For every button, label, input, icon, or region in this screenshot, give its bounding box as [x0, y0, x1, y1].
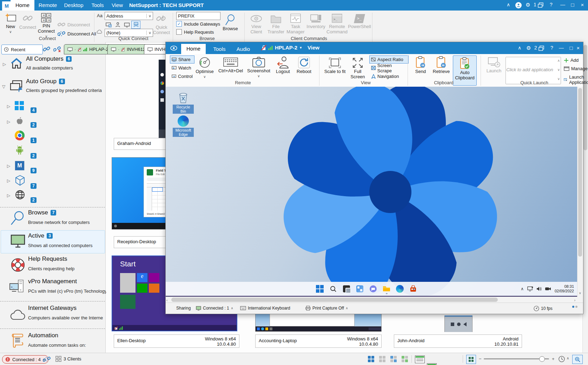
logout-button[interactable]: Logout: [273, 56, 293, 74]
viewer-tab-audio[interactable]: Audio: [232, 44, 254, 54]
control-button[interactable]: Control: [170, 72, 194, 80]
maximize-button[interactable]: □: [567, 45, 575, 51]
disconnect-all-status-icon[interactable]: [43, 356, 51, 363]
ctrl-alt-del-button[interactable]: Ctrl+Alt+Del: [218, 56, 244, 73]
user-avatar-icon[interactable]: [515, 2, 522, 8]
thumbnail-graham-android-screen[interactable]: [159, 60, 166, 139]
volume-icon[interactable]: [536, 286, 542, 291]
disconnect-button[interactable]: Disconnect: [58, 22, 90, 27]
list-view-details-button[interactable]: [415, 356, 425, 363]
screenshot-button[interactable]: Screenshot∨: [246, 56, 272, 79]
connect-link-icon[interactable]: [43, 45, 51, 53]
sidebar-item-all-computers[interactable]: All Computers 6: [26, 55, 72, 62]
connect-button[interactable]: Connect: [20, 13, 36, 30]
thumbnail-john-screen[interactable]: [444, 316, 473, 332]
scroll-left-arrow-icon[interactable]: ‹: [166, 298, 167, 302]
tray-chevron-up-icon[interactable]: ∧: [521, 286, 524, 291]
windows-stack-icon[interactable]: [539, 46, 544, 51]
quick-launch-manage-button[interactable]: Manage: [564, 66, 588, 71]
clipboard-send-button[interactable]: Send: [411, 56, 430, 74]
new-button[interactable]: New∨: [3, 13, 18, 34]
remote-taskbar[interactable]: ∧ 08:31 02/09/2022: [166, 282, 577, 296]
network-icon[interactable]: [527, 286, 534, 291]
close-button[interactable]: ×: [574, 45, 582, 51]
connect-user-icon[interactable]: [113, 21, 122, 29]
remote-desktop-view[interactable]: Recycle Bin Microsoft Edge: [166, 87, 577, 297]
close-button[interactable]: ×: [579, 2, 586, 8]
recent-dropdown[interactable]: Recent: [1, 45, 43, 54]
minimize-button[interactable]: —: [559, 2, 567, 7]
camera-tray-icon[interactable]: [545, 287, 551, 291]
scroll-right-arrow-icon[interactable]: ›: [574, 298, 575, 302]
search-icon[interactable]: [329, 284, 338, 293]
scroll-down-icon[interactable]: ∨: [557, 68, 560, 72]
file-transfer-button[interactable]: File Transfer: [267, 13, 285, 34]
thumbnail-view-button[interactable]: [466, 355, 476, 364]
app-logo-icon[interactable]: M: [2, 1, 11, 11]
settings-gear-icon[interactable]: ⚙: [524, 2, 531, 8]
os-group-web-icon[interactable]: [15, 190, 25, 200]
screen-scrape-button[interactable]: Screen Scrape: [369, 64, 409, 72]
tab-tools[interactable]: Tools: [88, 0, 107, 11]
thumbnail-size-slider[interactable]: [484, 358, 549, 359]
sidebar-item-vpro[interactable]: vPro Management: [28, 278, 77, 285]
expand-arrow-icon[interactable]: ▷: [7, 119, 10, 124]
desktop-icon-recycle-bin[interactable]: Recycle Bin: [173, 91, 194, 114]
file-explorer-icon[interactable]: [382, 284, 391, 293]
help-requests-checkbox[interactable]: Help Requests: [176, 29, 214, 35]
full-screen-button[interactable]: Full Screen: [348, 57, 367, 79]
chat-icon[interactable]: [369, 284, 378, 293]
layout-mixed-green-button[interactable]: [402, 356, 408, 362]
os-group-virtual-icon[interactable]: [15, 175, 25, 186]
scale-to-fit-button[interactable]: Scale to fit: [323, 57, 347, 74]
task-manager-button[interactable]: Task Manager: [286, 13, 305, 34]
os-group-apple-icon[interactable]: [15, 116, 25, 126]
zoom-in-icon[interactable]: +: [552, 356, 555, 361]
status-print-capture[interactable]: Print Capture Off ∧: [305, 306, 348, 311]
powershell-button[interactable]: >_ PowerShell: [350, 13, 369, 29]
quick-launch-add-button[interactable]: Add: [564, 58, 579, 63]
layout-small-icons-button[interactable]: [379, 356, 385, 362]
slider-handle[interactable]: [539, 356, 545, 362]
desktop-icon-microsoft-edge[interactable]: Microsoft Edge: [173, 115, 194, 137]
thumbnail-label-accounting[interactable]: Accounting-Laptop Windows 8 x64 10.0.4.8…: [255, 334, 382, 348]
help-icon[interactable]: ?: [548, 45, 555, 51]
chevron-up-icon[interactable]: ∧: [567, 356, 569, 360]
help-icon[interactable]: ?: [548, 2, 555, 7]
viewer-tab-home[interactable]: Home: [181, 44, 206, 54]
active-section-title[interactable]: Active 3: [28, 232, 53, 239]
reboot-button[interactable]: Reboot: [294, 56, 314, 74]
prefix-input[interactable]: PREFIX: [176, 12, 220, 20]
connection-tab-hplap2[interactable]: · HPLAP-2: [64, 44, 113, 54]
viewer-tab-tools[interactable]: Tools: [209, 44, 230, 54]
ribbon-collapse-icon[interactable]: ∧: [516, 45, 523, 51]
launch-application-button[interactable]: Launch Application: [564, 74, 588, 85]
quick-connect-button[interactable]: Quick Connect: [153, 13, 170, 35]
maximize-button[interactable]: □: [569, 2, 576, 8]
clock-tray[interactable]: 08:31 02/09/2022: [555, 284, 574, 293]
share-button[interactable]: Share: [170, 55, 194, 64]
zoom-out-icon[interactable]: −: [479, 356, 482, 361]
tab-remote[interactable]: Remote: [36, 0, 60, 11]
status-keyboard[interactable]: International Keyboard: [240, 306, 290, 311]
sidebar-item-internet-gateways[interactable]: Internet Gateways: [28, 305, 77, 312]
scroll-up-icon[interactable]: ∧: [557, 59, 560, 62]
optimise-button[interactable]: Optimise∨: [194, 56, 216, 79]
launch-button[interactable]: Launch: [484, 57, 503, 73]
expand-arrow-icon[interactable]: ▷: [7, 193, 10, 198]
clipboard-retrieve-button[interactable]: Retrieve: [431, 56, 451, 74]
expand-arrow-icon[interactable]: ▷: [7, 164, 10, 168]
status-connected[interactable]: Connected : 1 ∧: [196, 306, 233, 311]
tab-view[interactable]: View: [108, 0, 126, 11]
connect-monitor-icon[interactable]: [122, 21, 131, 29]
layout-large-icons-button[interactable]: [368, 356, 374, 362]
list-view-small-button[interactable]: [427, 363, 437, 365]
sidebar-item-automation[interactable]: Automation: [28, 332, 58, 339]
disconnect-link-icon[interactable]: [53, 45, 62, 53]
navigation-button[interactable]: Navigation: [369, 72, 409, 80]
sidebar-item-browse[interactable]: Browse 7: [28, 209, 56, 216]
settings-gear-icon[interactable]: ⚙: [525, 45, 532, 51]
expand-arrow-icon[interactable]: ▷: [7, 178, 10, 183]
sidebar-item-help-requests[interactable]: Help Requests: [28, 255, 67, 263]
viewer-vertical-scrollbar[interactable]: ∨: [577, 87, 583, 303]
